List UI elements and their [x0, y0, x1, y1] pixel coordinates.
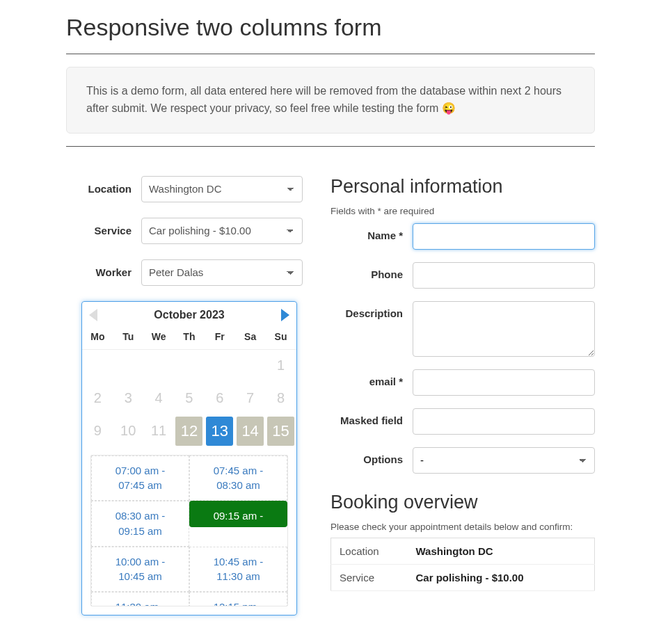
calendar-day: 11 [143, 414, 174, 447]
overview-row: ServiceCar polishing - $10.00 [331, 564, 595, 590]
weekday-header: Sa [235, 325, 266, 350]
time-slot[interactable]: 09:15 am - 10:00 am [189, 501, 287, 527]
weekday-header: Th [174, 325, 205, 350]
time-slot[interactable]: 07:00 am - 07:45 am [91, 456, 189, 501]
notice-text: This is a demo form, all data entered he… [86, 85, 562, 114]
location-select[interactable]: Washington DC [141, 176, 303, 202]
calendar-day: 6 [205, 382, 235, 414]
overview-hint: Please check your appointment details be… [330, 522, 595, 532]
overview-key: Service [331, 564, 408, 590]
calendar-day [174, 349, 205, 382]
name-label: Name * [330, 223, 413, 241]
page-title: Responsive two columns form [66, 14, 595, 41]
prev-month-icon [89, 309, 97, 321]
required-hint: Fields with * are required [330, 206, 595, 216]
description-label: Description [330, 301, 413, 319]
calendar-day [83, 349, 113, 382]
calendar: October 2023 MoTuWeThFrSaSu 123456789101… [81, 301, 297, 616]
time-slot[interactable]: 10:00 am - 10:45 am [91, 547, 189, 593]
time-slots: 07:00 am - 07:45 am07:45 am - 08:30 am08… [90, 455, 288, 607]
worker-label: Worker [66, 266, 141, 278]
calendar-grid: MoTuWeThFrSaSu 123456789101112131415 [82, 325, 296, 448]
calendar-day: 8 [266, 382, 296, 414]
options-select[interactable]: - [413, 447, 595, 474]
calendar-month: October 2023 [154, 309, 224, 321]
service-select[interactable]: Car polishing - $10.00 [141, 218, 303, 244]
calendar-day: 7 [235, 382, 266, 414]
time-slot[interactable]: 11:30 am - [91, 592, 189, 606]
calendar-day[interactable]: 13 [205, 414, 235, 447]
time-slot[interactable]: 10:45 am - 11:30 am [189, 547, 287, 593]
calendar-day: 4 [143, 382, 174, 414]
phone-label: Phone [330, 262, 413, 280]
calendar-day: 9 [83, 414, 113, 447]
calendar-day[interactable]: 15 [266, 414, 296, 447]
email-label: email * [330, 369, 413, 387]
calendar-day [113, 349, 143, 382]
personal-heading: Personal information [330, 176, 595, 198]
worker-select[interactable]: Peter Dalas [141, 259, 303, 286]
overview-heading: Booking overview [330, 492, 595, 513]
weekday-header: We [143, 325, 174, 350]
name-input[interactable] [413, 223, 595, 250]
overview-value: Washington DC [408, 538, 595, 564]
overview-table: LocationWashington DCServiceCar polishin… [330, 538, 595, 591]
description-input[interactable] [413, 301, 595, 357]
options-label: Options [330, 447, 413, 465]
calendar-day: 3 [113, 382, 143, 414]
calendar-day: 2 [83, 382, 113, 414]
left-column: Location Washington DC Service Car polis… [66, 176, 303, 616]
masked-input[interactable] [413, 408, 595, 435]
time-slot[interactable]: 12:15 pm - [189, 592, 287, 606]
divider [66, 146, 595, 147]
demo-notice: This is a demo form, all data entered he… [66, 67, 595, 134]
calendar-day [143, 349, 174, 382]
overview-row: LocationWashington DC [331, 538, 595, 564]
calendar-day [205, 349, 235, 382]
calendar-day[interactable]: 12 [174, 414, 205, 447]
service-label: Service [66, 225, 141, 236]
masked-label: Masked field [330, 408, 413, 426]
divider [66, 54, 595, 54]
calendar-day[interactable]: 14 [235, 414, 266, 447]
location-label: Location [66, 183, 141, 195]
weekday-header: Tu [113, 325, 143, 350]
calendar-day: 10 [113, 414, 143, 447]
time-slot[interactable]: 08:30 am - 09:15 am [91, 501, 189, 547]
next-month-icon[interactable] [281, 309, 289, 321]
right-column: Personal information Fields with * are r… [330, 176, 595, 591]
overview-key: Location [331, 538, 408, 564]
email-input[interactable] [413, 369, 595, 396]
calendar-day [235, 349, 266, 382]
calendar-day: 5 [174, 382, 205, 414]
phone-input[interactable] [413, 262, 595, 289]
weekday-header: Su [266, 325, 296, 350]
overview-value: Car polishing - $10.00 [408, 564, 595, 590]
weekday-header: Mo [83, 325, 113, 350]
calendar-day: 1 [266, 349, 296, 382]
time-slot[interactable]: 07:45 am - 08:30 am [189, 456, 287, 501]
weekday-header: Fr [205, 325, 235, 350]
